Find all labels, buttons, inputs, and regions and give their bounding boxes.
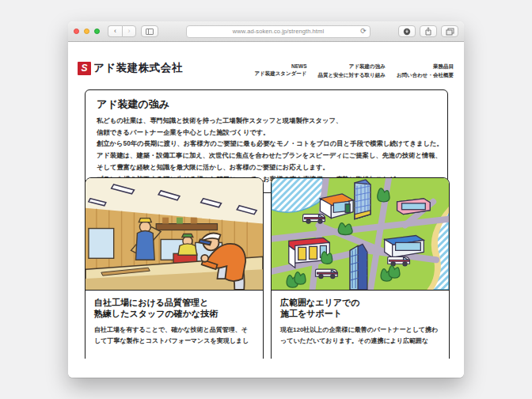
toolbar-right-buttons bbox=[398, 25, 458, 37]
browser-toolbar: ‹ › www.ad-soken.co.jp/strength.html ⟳ bbox=[68, 21, 464, 42]
site-nav: NEWS アド装建スタンダード アド装建の強み 品質と安全に対する取り組み 業務… bbox=[254, 63, 454, 79]
close-window-button[interactable] bbox=[74, 28, 79, 34]
intro-text-line: アド装建は、建築・設備工事に加え、次世代に焦点を合わせたプランをスピーディにご提… bbox=[97, 150, 436, 162]
url-text: www.ad-soken.co.jp/strength.html bbox=[233, 28, 324, 35]
service-area-map-illustration bbox=[272, 178, 449, 291]
chevron-right-icon: › bbox=[128, 28, 131, 35]
tab-overview-button[interactable] bbox=[441, 25, 458, 37]
address-bar[interactable]: www.ad-soken.co.jp/strength.html ⟳ bbox=[186, 25, 370, 38]
nav-strength[interactable]: アド装建の強み bbox=[349, 63, 386, 70]
minimize-window-button[interactable] bbox=[84, 28, 89, 34]
share-button[interactable] bbox=[420, 25, 437, 37]
tabs-icon bbox=[446, 28, 454, 36]
zoom-window-button[interactable] bbox=[94, 28, 100, 34]
intro-text-line: 信頼できるパートナー企業を中心とした施設づくりです。 bbox=[97, 127, 436, 139]
card-body-text: 現在120社以上の企業様に最善のパートナーとして携わっていただいております。その… bbox=[272, 319, 449, 347]
history-nav-group: ‹ › bbox=[108, 25, 136, 37]
share-icon bbox=[424, 27, 432, 36]
card-heading: 自社工場における品質管理と 熟練したスタッフの確かな技術 bbox=[86, 291, 263, 319]
back-button[interactable]: ‹ bbox=[108, 25, 122, 37]
intro-text-line: 私どもの社業は、専門知識と技術を持った工場製作スタッフと現場製作スタッフ、 bbox=[97, 115, 436, 127]
card-service-area: 広範囲なエリアでの 施工をサポート 現在120社以上の企業様に最善のパートナーと… bbox=[271, 177, 450, 359]
nav-contact-company[interactable]: お問い合わせ・会社概要 bbox=[397, 72, 454, 79]
forward-button[interactable]: › bbox=[122, 25, 136, 37]
site-header: S アド装建株式会社 NEWS アド装建スタンダード アド装建の強み 品質と安全… bbox=[78, 61, 454, 79]
nav-news[interactable]: NEWS bbox=[291, 63, 307, 69]
chevron-left-icon: ‹ bbox=[114, 28, 116, 35]
downloads-icon bbox=[403, 28, 411, 36]
reload-icon[interactable]: ⟳ bbox=[360, 27, 367, 35]
browser-window: ‹ › www.ad-soken.co.jp/strength.html ⟳ bbox=[68, 21, 464, 378]
nav-quality-safety[interactable]: 品質と安全に対する取り組み bbox=[317, 72, 385, 79]
nav-services[interactable]: 業務品目 bbox=[433, 63, 454, 70]
sidebar-icon bbox=[146, 28, 154, 35]
factory-workshop-illustration bbox=[86, 178, 263, 291]
intro-text-line: そして豊富な経験と知識を最大限に活かし、お客様のご要望にお応えします。 bbox=[97, 162, 436, 173]
downloads-button[interactable] bbox=[398, 25, 416, 37]
card-factory-quality: 自社工場における品質管理と 熟練したスタッフの確かな技術 自社工場を有することで… bbox=[85, 177, 264, 359]
intro-text-line: 創立から50年の長期に渡り、お客様方のご要望に最も必要なモノ・コトをプロの目と手… bbox=[97, 138, 436, 150]
sidebar-toggle-button[interactable] bbox=[141, 25, 158, 37]
nav-standard[interactable]: アド装建スタンダード bbox=[254, 70, 306, 78]
card-body-text: 自社工場を有することで、確かな技術と品質管理、そして丁寧な製作とコストパフォーマ… bbox=[86, 319, 263, 347]
company-name: アド装建株式会社 bbox=[93, 61, 183, 75]
logo-mark-icon: S bbox=[78, 62, 91, 75]
window-controls bbox=[74, 28, 100, 34]
page-content: S アド装建株式会社 NEWS アド装建スタンダード アド装建の強み 品質と安全… bbox=[68, 42, 464, 378]
page-title: アド装建の強み bbox=[97, 97, 436, 112]
feature-cards-row: 自社工場における品質管理と 熟練したスタッフの確かな技術 自社工場を有することで… bbox=[85, 177, 450, 359]
card-heading: 広範囲なエリアでの 施工をサポート bbox=[272, 291, 449, 319]
site-logo[interactable]: S アド装建株式会社 bbox=[78, 61, 183, 75]
